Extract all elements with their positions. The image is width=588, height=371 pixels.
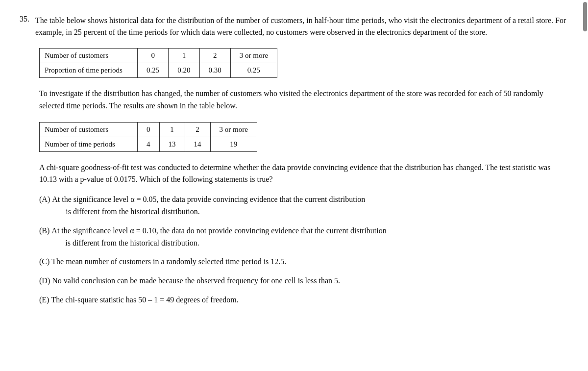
paragraph3: A chi-square goodness-of-fit test was co… bbox=[39, 162, 568, 186]
table1-row2-col2: 0.30 bbox=[199, 63, 230, 78]
table1-row1-col0: 0 bbox=[138, 49, 169, 63]
choice-e-line1: The chi-square statistic has 50 – 1 = 49… bbox=[51, 296, 238, 304]
table1-row1: Number of customers 0 1 2 3 or more bbox=[40, 49, 277, 63]
table1-row2-col3: 0.25 bbox=[230, 63, 277, 78]
table2-container: Number of customers 0 1 2 3 or more Numb… bbox=[39, 122, 568, 152]
table1-row2-col0: 0.25 bbox=[138, 63, 169, 78]
table2-row2-col1: 13 bbox=[159, 137, 185, 151]
choice-a-label: (A) bbox=[39, 194, 50, 218]
question-block: 35. The table below shows historical dat… bbox=[20, 15, 568, 38]
table2-row1-col0: 0 bbox=[138, 122, 160, 137]
choice-b-line1: At the significance level α = 0.10, the … bbox=[51, 226, 386, 235]
choice-e-label: (E) bbox=[39, 294, 49, 306]
choice-b-text: At the significance level α = 0.10, the … bbox=[51, 225, 386, 249]
table1-row1-col2: 2 bbox=[199, 49, 230, 63]
table1-row2-label: Proportion of time periods bbox=[40, 63, 138, 78]
table1-row1-label: Number of customers bbox=[40, 49, 138, 63]
choice-a-line2: is different from the historical distrib… bbox=[66, 207, 199, 216]
paragraph2: To investigate if the distribution has c… bbox=[39, 88, 568, 112]
choice-c-label: (C) bbox=[39, 256, 49, 268]
table1-row1-col1: 1 bbox=[169, 49, 199, 63]
table1-row1-col3: 3 or more bbox=[230, 49, 277, 63]
choice-e-text: The chi-square statistic has 50 – 1 = 49… bbox=[51, 294, 238, 306]
choice-d-label: (D) bbox=[39, 275, 50, 287]
choice-c-text: The mean number of customers in a random… bbox=[51, 256, 286, 268]
table2-row2-col3: 19 bbox=[210, 137, 257, 151]
choice-d-line1: No valid conclusion can be made because … bbox=[52, 276, 340, 285]
choice-c: (C) The mean number of customers in a ra… bbox=[39, 256, 568, 268]
choice-c-line1: The mean number of customers in a random… bbox=[51, 257, 286, 266]
question-intro: The table below shows historical data fo… bbox=[35, 15, 568, 38]
choice-d: (D) No valid conclusion can be made beca… bbox=[39, 275, 568, 287]
table2: Number of customers 0 1 2 3 or more Numb… bbox=[39, 122, 257, 152]
table2-row1-col3: 3 or more bbox=[210, 122, 257, 137]
table1: Number of customers 0 1 2 3 or more Prop… bbox=[39, 48, 277, 78]
table2-row2-col2: 14 bbox=[185, 137, 210, 151]
table1-container: Number of customers 0 1 2 3 or more Prop… bbox=[39, 48, 568, 78]
table2-row1-label: Number of customers bbox=[40, 122, 138, 137]
table2-row1-col2: 2 bbox=[185, 122, 210, 137]
question-number: 35. bbox=[20, 15, 29, 38]
table2-row2-col0: 4 bbox=[138, 137, 160, 151]
table2-row2-label: Number of time periods bbox=[40, 137, 138, 151]
table2-row1: Number of customers 0 1 2 3 or more bbox=[40, 122, 257, 137]
choice-a-line1: At the significance level α = 0.05, the … bbox=[52, 195, 365, 203]
choice-e: (E) The chi-square statistic has 50 – 1 … bbox=[39, 294, 568, 306]
scrollbar[interactable] bbox=[583, 2, 587, 31]
table2-row1-col1: 1 bbox=[159, 122, 185, 137]
choice-b-line2: is different from the historical distrib… bbox=[65, 239, 199, 247]
choice-a: (A) At the significance level α = 0.05, … bbox=[39, 194, 568, 218]
choice-b: (B) At the significance level α = 0.10, … bbox=[39, 225, 568, 249]
choice-b-label: (B) bbox=[39, 225, 49, 249]
choice-d-text: No valid conclusion can be made because … bbox=[52, 275, 340, 287]
table2-row2: Number of time periods 4 13 14 19 bbox=[40, 137, 257, 151]
choices-list: (A) At the significance level α = 0.05, … bbox=[39, 194, 568, 306]
table1-row2: Proportion of time periods 0.25 0.20 0.3… bbox=[40, 63, 277, 78]
table1-row2-col1: 0.20 bbox=[169, 63, 199, 78]
choice-a-text: At the significance level α = 0.05, the … bbox=[52, 194, 365, 218]
